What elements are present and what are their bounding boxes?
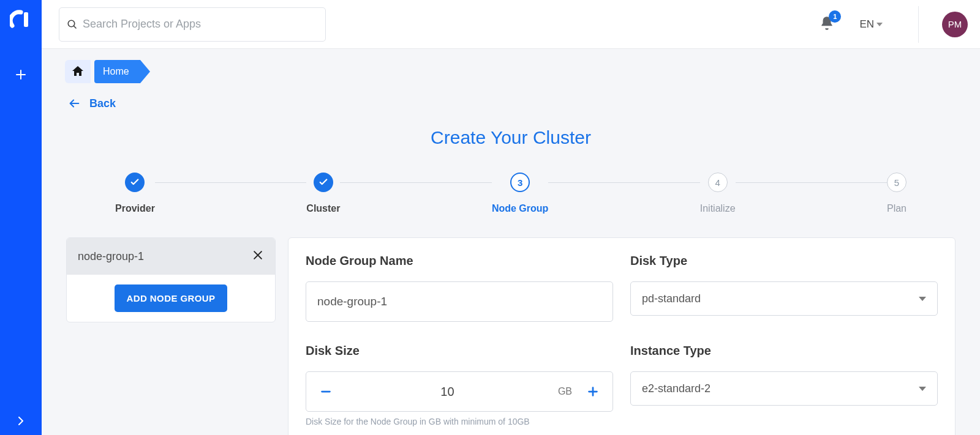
step-connector <box>736 182 887 183</box>
field-label: Disk Size <box>306 344 613 358</box>
step-label: Node Group <box>492 203 548 214</box>
instance-type-value: e2-standard-2 <box>642 382 710 395</box>
plus-icon <box>16 70 26 80</box>
sidebar <box>0 0 42 435</box>
language-label: EN <box>859 18 874 31</box>
instance-type-select[interactable]: e2-standard-2 <box>630 371 938 406</box>
disk-type-select[interactable]: pd-standard <box>630 281 938 316</box>
node-group-name-input[interactable] <box>306 281 613 322</box>
chevron-right-icon <box>17 417 25 425</box>
step-initialize[interactable]: 4 Initialize <box>700 173 736 214</box>
topbar-divider <box>918 6 919 43</box>
stepper: Provider Cluster 3 Node Group 4 Initiali… <box>42 148 980 214</box>
step-number: 4 <box>708 173 728 192</box>
search-container[interactable] <box>59 7 326 42</box>
back-label: Back <box>89 97 116 110</box>
sidebar-add-button[interactable] <box>13 67 28 82</box>
field-disk-size: Disk Size 10 GB Disk Size for the Node G <box>306 344 613 426</box>
field-label: Instance Type <box>630 344 938 358</box>
field-label: Node Group Name <box>306 254 613 268</box>
breadcrumb: Home <box>42 49 980 83</box>
chevron-down-icon <box>919 297 926 301</box>
breadcrumb-label: Home <box>103 66 129 77</box>
minus-icon <box>319 385 333 398</box>
step-number: 3 <box>510 173 530 192</box>
notification-badge: 1 <box>829 10 841 23</box>
step-node-group[interactable]: 3 Node Group <box>492 173 548 214</box>
logo-icon <box>10 9 32 31</box>
disk-size-stepper: 10 GB <box>306 371 613 412</box>
disk-size-decrement[interactable] <box>315 381 337 403</box>
home-icon <box>70 64 85 79</box>
check-icon <box>318 177 329 188</box>
plus-icon <box>586 385 600 398</box>
content: Home Back Create Your Cluster Provider C… <box>42 49 980 435</box>
close-icon <box>252 249 264 261</box>
svg-rect-0 <box>24 12 28 27</box>
page-title: Create Your Cluster <box>42 127 980 148</box>
avatar[interactable]: PM <box>942 12 968 37</box>
app-logo[interactable] <box>10 9 32 31</box>
step-provider[interactable]: Provider <box>115 173 155 214</box>
disk-size-increment[interactable] <box>582 381 604 403</box>
sidebar-expand-button[interactable] <box>17 417 25 428</box>
field-node-group-name: Node Group Name <box>306 254 613 322</box>
chevron-down-icon <box>876 23 883 26</box>
notifications-button[interactable]: 1 <box>815 12 839 37</box>
step-connector <box>340 182 491 183</box>
disk-size-suffix: GB <box>558 386 572 397</box>
step-plan[interactable]: 5 Plan <box>887 173 907 214</box>
add-node-group-button[interactable]: ADD NODE GROUP <box>115 284 228 312</box>
step-number: 5 <box>887 173 907 192</box>
field-disk-type: Disk Type pd-standard <box>630 254 938 322</box>
node-group-item-name: node-group-1 <box>78 250 144 263</box>
chevron-down-icon <box>919 387 926 391</box>
arrow-left-icon <box>67 97 81 110</box>
step-connector <box>548 182 699 183</box>
breadcrumb-home[interactable] <box>65 60 91 83</box>
back-button[interactable]: Back <box>42 83 980 110</box>
disk-size-helper: Disk Size for the Node Group in GB with … <box>306 417 613 426</box>
topbar: 1 EN PM <box>42 0 980 49</box>
disk-size-value[interactable]: 10 <box>343 385 552 399</box>
search-icon <box>67 19 78 30</box>
field-instance-type: Instance Type e2-standard-2 <box>630 344 938 426</box>
language-selector[interactable]: EN <box>859 18 883 31</box>
breadcrumb-item-home[interactable]: Home <box>94 60 140 83</box>
check-icon <box>129 177 140 188</box>
step-label: Initialize <box>700 203 736 214</box>
node-group-remove-button[interactable] <box>252 249 264 264</box>
node-group-item[interactable]: node-group-1 <box>67 238 275 275</box>
step-connector <box>155 182 306 183</box>
node-group-form: Node Group Name Disk Type pd-standard Di… <box>288 237 956 435</box>
search-input[interactable] <box>83 18 318 31</box>
step-label: Provider <box>115 203 155 214</box>
step-label: Cluster <box>306 203 340 214</box>
field-label: Disk Type <box>630 254 938 268</box>
disk-type-value: pd-standard <box>642 292 701 305</box>
node-group-list: node-group-1 ADD NODE GROUP <box>66 237 276 322</box>
step-label: Plan <box>887 203 907 214</box>
step-cluster[interactable]: Cluster <box>306 173 340 214</box>
